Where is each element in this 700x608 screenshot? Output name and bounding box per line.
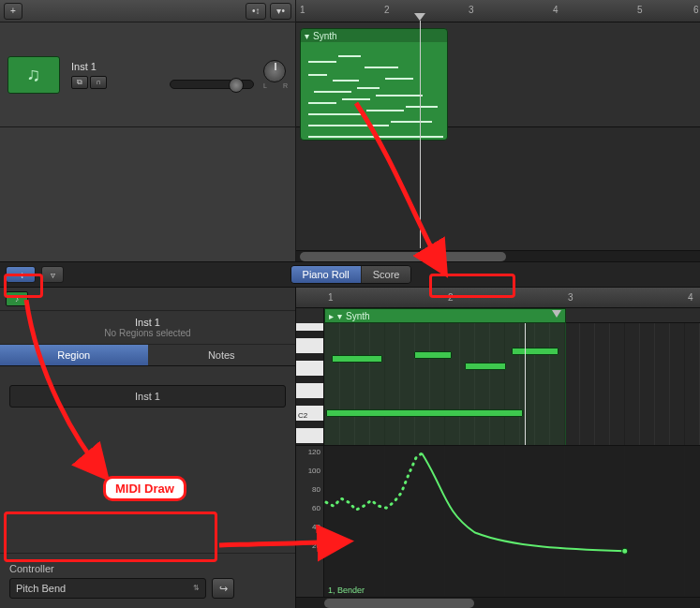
ruler-mark: 4 xyxy=(688,292,693,303)
controller-link-button[interactable]: ↪ xyxy=(212,578,234,599)
arrange-ruler[interactable]: 1 2 3 4 5 6 xyxy=(296,0,700,22)
controller-label: Controller xyxy=(9,563,286,574)
piano-roll-region-title: Synth xyxy=(346,311,370,321)
piano-roll-grid[interactable] xyxy=(324,323,700,445)
ruler-mark: 6 xyxy=(693,5,699,15)
ruler-mark: 2 xyxy=(384,5,390,15)
ruler-mark: 4 xyxy=(553,5,559,15)
arrange-area[interactable]: 1 2 3 4 5 6 ▾ Synth xyxy=(296,0,700,261)
ruler-mark: 3 xyxy=(568,292,573,303)
editor-section: •↕ ▿ Piano Roll Score ♪ Inst 1 No Region… xyxy=(0,261,700,608)
disclosure-icon: ▾ xyxy=(305,31,309,41)
midi-note[interactable] xyxy=(332,355,382,363)
track-name-label: Inst 1 xyxy=(71,61,158,72)
key-label: C2 xyxy=(298,411,307,420)
playhead-line xyxy=(420,21,421,248)
midi-region[interactable]: ▾ Synth xyxy=(300,28,448,141)
inspector-tab-notes[interactable]: Notes xyxy=(148,345,296,365)
inspector-header: Inst 1 No Regions selected xyxy=(0,311,295,345)
inspector-panel: ♪ Inst 1 No Regions selected Region Note… xyxy=(0,288,296,608)
track-header-row[interactable]: ♫ Inst 1 ⧉ ∩ LR xyxy=(0,22,295,127)
instrument-icon: ♫ xyxy=(7,56,60,94)
piano-roll-editor[interactable]: 1 2 3 4 ▸ ▾ Synth C2 xyxy=(296,288,700,608)
midi-note[interactable] xyxy=(326,409,523,417)
scale-mark: 40 xyxy=(312,523,320,531)
automation-draw-area[interactable]: 1, Bender xyxy=(324,446,700,597)
editor-view-segmented: Piano Roll Score xyxy=(290,265,412,284)
piano-roll-grid-area[interactable]: C2 xyxy=(296,323,700,445)
link-icon: ↪ xyxy=(219,583,228,595)
track-header-panel: + •↕ ▾• ♫ Inst 1 ⧉ ∩ xyxy=(0,0,296,261)
svg-point-0 xyxy=(622,548,628,554)
play-icon: ▸ xyxy=(329,311,334,321)
automation-toggle-button[interactable]: •↕ xyxy=(246,3,267,20)
ruler-mark: 3 xyxy=(469,5,474,15)
ruler-mark: 5 xyxy=(637,5,643,15)
inspector-subtitle: No Regions selected xyxy=(6,328,290,338)
automation-curve xyxy=(324,446,700,568)
pan-knob[interactable] xyxy=(263,60,286,82)
midi-draw-toggle-button[interactable]: •↕ xyxy=(6,266,36,283)
track-toolbar: + •↕ ▾• xyxy=(0,0,295,22)
piano-roll-scrollbar[interactable] xyxy=(296,597,700,608)
playhead-marker[interactable] xyxy=(414,13,425,21)
midi-draw-toggle-icon: •↕ xyxy=(17,270,25,280)
arrange-scrollbar[interactable] xyxy=(296,250,700,261)
loop-handle-icon[interactable] xyxy=(552,310,561,318)
filter-button[interactable]: ▿ xyxy=(41,266,64,283)
filter-icon: ▿ xyxy=(51,270,55,280)
automation-region-label: 1, Bender xyxy=(328,586,365,595)
scrollbar-thumb[interactable] xyxy=(324,599,474,608)
scrollbar-thumb[interactable] xyxy=(300,252,506,261)
region-title: Synth xyxy=(313,31,337,41)
arrange-track-lanes[interactable]: ▾ Synth xyxy=(296,22,700,250)
circle-icon: ⧉ xyxy=(77,78,82,87)
automation-icon: •↕ xyxy=(252,6,261,16)
arrange-section: + •↕ ▾• ♫ Inst 1 ⧉ ∩ xyxy=(0,0,700,261)
region-background xyxy=(324,323,566,445)
ruler-mark: 1 xyxy=(328,292,334,303)
filter-icon: ▾• xyxy=(276,6,285,16)
midi-draw-panel: Controller Pitch Bend ⇅ ↪ xyxy=(0,553,295,608)
track-filter-button[interactable]: ▾• xyxy=(270,3,291,20)
controller-select-value: Pitch Bend xyxy=(16,583,66,594)
scale-mark: 100 xyxy=(308,467,320,475)
add-track-button[interactable]: + xyxy=(4,3,22,20)
scale-mark: 120 xyxy=(308,448,320,456)
scale-mark: 60 xyxy=(312,504,320,512)
midi-note[interactable] xyxy=(512,348,559,355)
controller-select[interactable]: Pitch Bend ⇅ xyxy=(9,578,206,599)
updown-icon: ⇅ xyxy=(193,585,200,592)
tab-piano-roll[interactable]: Piano Roll xyxy=(291,266,362,283)
automation-lane[interactable]: 120 100 80 60 40 20 1, xyxy=(296,445,700,597)
inspector-tab-region[interactable]: Region xyxy=(0,345,148,365)
piano-roll-region-header[interactable]: ▸ ▾ Synth xyxy=(324,308,566,323)
piano-roll-ruler[interactable]: 1 2 3 4 xyxy=(296,288,700,308)
headphone-icon: ∩ xyxy=(96,78,101,86)
music-note-icon: ♪ xyxy=(15,295,19,304)
input-monitor-button[interactable]: ∩ xyxy=(90,76,107,89)
midi-note[interactable] xyxy=(414,351,452,359)
volume-slider[interactable] xyxy=(170,80,254,89)
scale-mark: 80 xyxy=(312,485,320,494)
inspector-tabs: Region Notes xyxy=(0,345,295,366)
inspector-track-name-field[interactable]: Inst 1 xyxy=(9,385,286,408)
midi-note[interactable] xyxy=(465,363,506,370)
disclosure-icon: ▾ xyxy=(337,311,342,321)
tab-score[interactable]: Score xyxy=(362,266,411,283)
editor-tab-bar: •↕ ▿ Piano Roll Score xyxy=(0,261,700,288)
ruler-mark: 1 xyxy=(300,5,305,15)
piano-keyboard[interactable]: C2 xyxy=(296,323,324,445)
region-type-icon: ♪ xyxy=(6,291,28,306)
scale-mark: 20 xyxy=(312,541,320,550)
piano-roll-playhead[interactable] xyxy=(525,323,526,445)
ruler-mark: 2 xyxy=(448,292,454,303)
automation-scale: 120 100 80 60 40 20 xyxy=(296,446,324,597)
music-note-icon: ♫ xyxy=(27,64,41,85)
inspector-title: Inst 1 xyxy=(6,317,290,328)
record-enable-button[interactable]: ⧉ xyxy=(71,76,88,89)
